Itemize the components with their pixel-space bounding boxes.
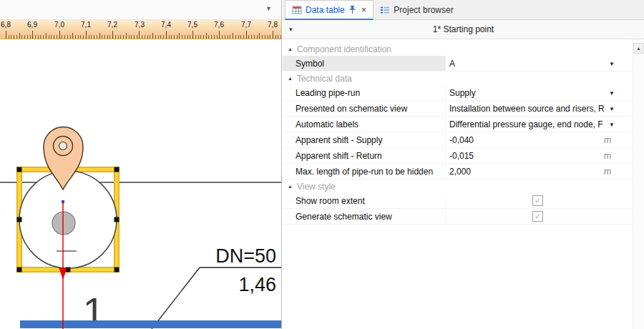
- property-label: Max. length of pipe-run to be hidden: [283, 164, 446, 179]
- row-leading-pipe-run[interactable]: Leading pipe-run Supply ▼: [283, 85, 633, 101]
- property-value[interactable]: Installation between source and risers, …: [446, 101, 633, 116]
- property-label: Automatic labels: [283, 117, 446, 132]
- collapse-icon[interactable]: ▲: [288, 46, 293, 51]
- ruler-label: 7,0: [54, 21, 64, 29]
- chevron-down-icon[interactable]: ▼: [609, 122, 615, 128]
- section-title: Technical data: [297, 74, 352, 84]
- drawing-svg: DN=50 1,46 1: [0, 39, 281, 329]
- property-label: Leading pipe-run: [283, 85, 446, 100]
- ruler-label: 6,8: [1, 21, 11, 29]
- row-symbol[interactable]: Symbol A ▼: [283, 56, 633, 72]
- tab-data-table[interactable]: Data table ×: [285, 0, 374, 20]
- tab-label: Data table: [306, 5, 345, 15]
- section-component-identification[interactable]: ▲ Component identification: [283, 42, 633, 56]
- horizontal-ruler: 6,8 6,9 7,0 7,1 7,2 7,3 7,4 7,5 7,6 7,7 …: [0, 20, 281, 39]
- dimension-label[interactable]: DN=50: [215, 245, 276, 267]
- section-title: Component identification: [297, 44, 391, 54]
- ruler-label: 7,1: [81, 21, 91, 29]
- ruler-label: 7,4: [161, 21, 171, 29]
- ruler-label: 7,5: [187, 21, 197, 29]
- property-label: Generate schematic view: [283, 209, 446, 224]
- unit-label: m: [604, 167, 611, 177]
- app-window: ▼ 6,8 6,9 7,0 7,1 7,2 7,3 7,4 7,5 7,6 7,…: [0, 0, 644, 329]
- property-label: Show room extent: [283, 193, 446, 208]
- flow-arrow-icon: [59, 268, 67, 280]
- tab-project-browser[interactable]: Project browser: [374, 0, 459, 19]
- dimension-value[interactable]: 1,46: [238, 274, 276, 295]
- row-apparent-shift-supply[interactable]: Apparent shift - Supply -0,040 m: [283, 132, 633, 148]
- pin-icon[interactable]: [348, 5, 356, 14]
- tab-label: Project browser: [394, 5, 453, 15]
- header-dropdown-icon[interactable]: ▾: [289, 26, 293, 33]
- chevron-down-icon[interactable]: ▼: [609, 90, 615, 97]
- selection-header: ▾ 1* Starting point: [283, 20, 644, 39]
- ruler-label: 7,7: [241, 21, 251, 29]
- property-label: Apparent shift - Supply: [283, 132, 446, 147]
- ruler-label: 7,3: [135, 21, 145, 29]
- section-technical-data[interactable]: ▲ Technical data: [283, 72, 633, 85]
- ruler-label: 6,9: [27, 21, 37, 29]
- row-show-room-extent[interactable]: Show room extent ✓: [283, 193, 633, 209]
- panel-scrollbar[interactable]: ▲: [633, 39, 644, 329]
- property-value[interactable]: Differential pressure gauge, end node, F: [446, 117, 633, 132]
- scroll-up-button[interactable]: ▲: [633, 43, 644, 54]
- property-label: Apparent shift - Return: [283, 148, 446, 163]
- row-apparent-shift-return[interactable]: Apparent shift - Return -0,015 m: [283, 148, 633, 164]
- component-symbol[interactable]: [19, 171, 117, 268]
- property-value[interactable]: Supply: [446, 85, 633, 100]
- row-max-length-hidden[interactable]: Max. length of pipe-run to be hidden 2,0…: [283, 164, 633, 180]
- chevron-down-icon[interactable]: ▼: [609, 106, 615, 112]
- check-icon: ✓: [535, 212, 541, 220]
- ruler-label: 7,2: [107, 21, 117, 29]
- wall-segment[interactable]: [20, 320, 281, 328]
- property-label: Symbol: [283, 56, 446, 71]
- unit-label: m: [604, 151, 611, 161]
- section-title: View style: [297, 182, 336, 192]
- drawing-pane: ▼ 6,8 6,9 7,0 7,1 7,2 7,3 7,4 7,5 7,6 7,…: [0, 0, 282, 329]
- ruler-label: 7,6: [214, 21, 224, 29]
- checkbox[interactable]: ✓: [532, 195, 543, 206]
- row-presented-on-schematic-view[interactable]: Presented on schematic view Installation…: [283, 101, 633, 117]
- canvas-toolbar: ▼: [0, 0, 281, 20]
- collapse-icon[interactable]: ▲: [288, 76, 293, 81]
- properties-panel: Data table × Project brow: [283, 0, 644, 329]
- collapse-icon[interactable]: ▲: [288, 184, 293, 189]
- drawing-canvas[interactable]: DN=50 1,46 1: [0, 39, 281, 329]
- data-table-icon: [292, 5, 302, 15]
- property-grid: ▲ Component identification Symbol A ▼ ▲ …: [283, 39, 633, 329]
- project-browser-icon: [380, 5, 390, 15]
- unit-label: m: [604, 135, 611, 145]
- property-label: Presented on schematic view: [283, 101, 446, 116]
- canvas-toolbar-dropdown-icon[interactable]: ▼: [265, 5, 272, 12]
- checkbox[interactable]: ✓: [532, 211, 543, 222]
- selection-title: 1* Starting point: [433, 24, 494, 34]
- row-generate-schematic-view[interactable]: Generate schematic view ✓: [283, 209, 633, 225]
- close-icon[interactable]: ×: [361, 5, 367, 14]
- chevron-down-icon[interactable]: ▼: [609, 61, 615, 67]
- row-automatic-labels[interactable]: Automatic labels Differential pressure g…: [283, 117, 633, 132]
- property-value[interactable]: A: [446, 56, 633, 71]
- ruler-label: 7,8: [268, 21, 278, 29]
- section-view-style[interactable]: ▲ View style: [283, 180, 633, 193]
- check-icon: ✓: [535, 197, 541, 205]
- scroll-up-icon: ▲: [636, 46, 641, 51]
- panel-tab-bar: Data table × Project brow: [283, 0, 644, 20]
